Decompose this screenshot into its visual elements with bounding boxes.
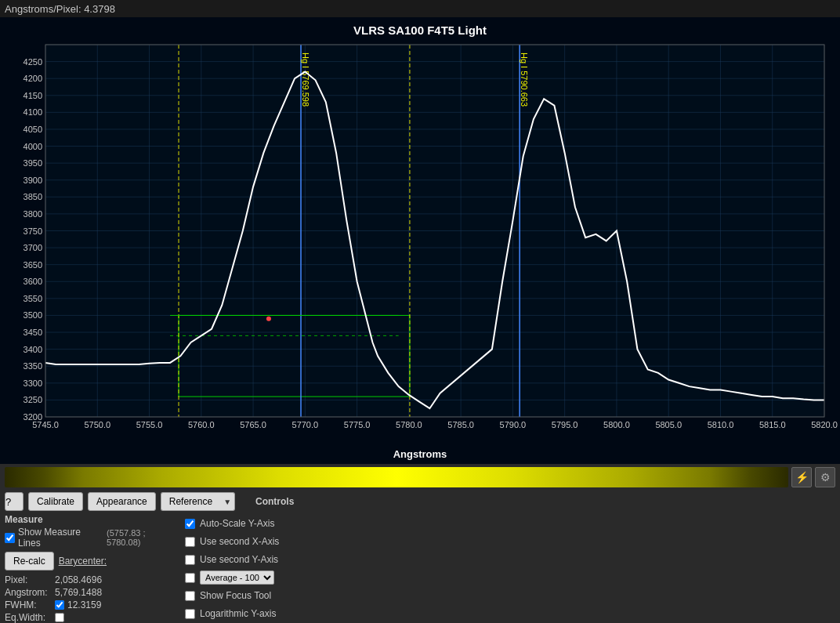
eqwidth-row: Eq.Width:: [5, 611, 177, 623]
spectrum-canvas: [0, 17, 840, 464]
fwhm-checkbox[interactable]: [55, 600, 64, 610]
logarithmic-checkbox[interactable]: [185, 609, 195, 619]
measure-panel: Measure Show Measure Lines (5757.83 ; 57…: [5, 514, 177, 623]
auto-scale-y-checkbox[interactable]: [185, 519, 195, 529]
average-select[interactable]: Average - 100 Average - 1 Average - 10: [200, 570, 274, 585]
eqwidth-checkbox[interactable]: [55, 613, 64, 622]
fwhm-label: FWHM:: [5, 599, 52, 610]
second-x-checkbox[interactable]: [185, 537, 195, 547]
pixel-value: 2,058.4696: [55, 574, 102, 585]
eqwidth-label: Eq.Width:: [5, 612, 52, 623]
barycenter-label: Barycenter:: [59, 556, 107, 567]
top-bar: Angstroms/Pixel: 4.3798: [0, 0, 840, 17]
angstrom-value: 5,769.1488: [55, 587, 102, 598]
help-button[interactable]: ?: [5, 492, 24, 511]
logarithmic-row: Logarithmic Y-axis: [185, 606, 835, 621]
auto-scale-row: Auto-Scale Y-Axis: [185, 516, 835, 531]
auto-scale-y-label: Auto-Scale Y-Axis: [200, 518, 274, 529]
flash-icon[interactable]: ⚡: [791, 467, 812, 487]
show-measure-lines-row: Show Measure Lines (5757.83 ; 5780.08): [5, 527, 177, 549]
measure-buttons-row: Re-calc Barycenter:: [5, 552, 177, 570]
show-measure-lines-label: Show Measure Lines: [18, 527, 100, 549]
angstrom-row: Angstrom: 5,769.1488: [5, 586, 177, 599]
measure-range: (5757.83 ; 5780.08): [107, 528, 177, 547]
second-y-checkbox[interactable]: [185, 555, 195, 565]
fwhm-row: FWHM: 12.3159: [5, 599, 177, 611]
measure-title: Measure: [5, 514, 177, 525]
spectrum-bar-row: ⚡ ⚙: [0, 464, 840, 491]
average-row: Average - 100 Average - 1 Average - 10: [185, 570, 835, 585]
fwhm-value: 12.3159: [67, 599, 101, 610]
reference-group: Reference ▼: [161, 492, 235, 511]
main-content-row: Measure Show Measure Lines (5757.83 ; 57…: [0, 513, 840, 623]
reference-button[interactable]: Reference: [161, 492, 220, 511]
controls-title: Controls: [255, 496, 294, 507]
pixel-label: Pixel:: [5, 574, 52, 585]
chart-container: [0, 17, 840, 464]
angstroms-per-pixel: Angstroms/Pixel: 4.3798: [5, 3, 115, 15]
angstrom-label: Angstrom:: [5, 587, 52, 598]
controls-row: ? Calibrate Appearance Reference ▼ Contr…: [0, 491, 840, 513]
recalc-button[interactable]: Re-calc: [5, 552, 54, 570]
average-checkbox[interactable]: [185, 573, 195, 583]
second-y-row: Use second Y-Axis: [185, 552, 835, 567]
focus-tool-row: Show Focus Tool: [185, 588, 835, 603]
focus-tool-checkbox[interactable]: [185, 591, 195, 601]
right-controls: Auto-Scale Y-Axis Use second X-Axis Use …: [185, 514, 835, 623]
spectrum-bar: [5, 467, 788, 487]
pixel-row: Pixel: 2,058.4696: [5, 574, 177, 586]
show-measure-lines-checkbox[interactable]: [5, 533, 15, 543]
data-table: Pixel: 2,058.4696 Angstrom: 5,769.1488 F…: [5, 574, 177, 623]
logarithmic-label: Logarithmic Y-axis: [200, 608, 276, 619]
calibrate-button[interactable]: Calibrate: [28, 492, 83, 511]
reference-dropdown[interactable]: ▼: [220, 492, 235, 511]
appearance-button[interactable]: Appearance: [88, 492, 156, 511]
second-x-row: Use second X-Axis: [185, 534, 835, 549]
settings-icon[interactable]: ⚙: [815, 467, 835, 487]
second-y-label: Use second Y-Axis: [200, 554, 278, 565]
focus-tool-label: Show Focus Tool: [200, 590, 271, 601]
bottom-panel: ⚡ ⚙ ? Calibrate Appearance Reference ▼ C…: [0, 464, 840, 623]
second-x-label: Use second X-Axis: [200, 536, 279, 547]
